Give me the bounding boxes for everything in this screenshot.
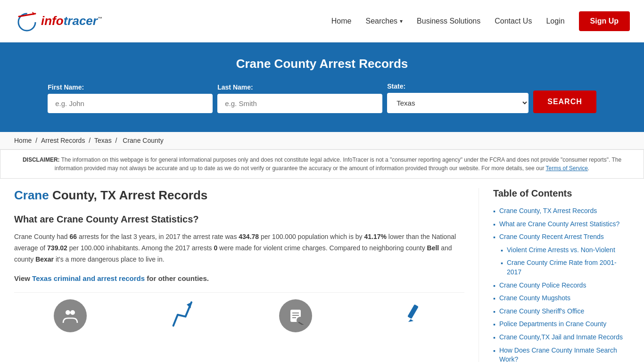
chevron-down-icon: ▾ [400, 18, 403, 25]
breadcrumb-home[interactable]: Home [14, 137, 32, 144]
icon-item-people [14, 292, 127, 339]
scroll-icon [279, 299, 312, 332]
svg-point-3 [66, 310, 70, 315]
first-name-input[interactable] [48, 94, 213, 113]
svg-marker-13 [408, 319, 413, 322]
site-header: infotracer™ Home Searches ▾ Business Sol… [0, 0, 644, 42]
svg-rect-12 [407, 304, 419, 319]
state-group: State: Texas [387, 82, 528, 113]
nav-business-solutions[interactable]: Business Solutions [417, 17, 480, 25]
breadcrumb-arrest-records[interactable]: Arrest Records [41, 137, 85, 144]
toc-item: Crane County Sheriff's Office [493, 307, 630, 316]
nav-home[interactable]: Home [331, 17, 352, 25]
breadcrumb-sep1: / [35, 137, 39, 144]
view-line: View Texas criminal and arrest records f… [14, 272, 464, 285]
sidebar: Table of Contents Crane County, TX Arres… [479, 188, 630, 362]
toc-link[interactable]: Police Departments in Crane County [499, 320, 606, 329]
toc-item: What are Crane County Arrest Statistics? [493, 220, 630, 229]
nav-contact-us[interactable]: Contact Us [495, 17, 532, 25]
toc-item: Crane County, TX Arrest Records [493, 206, 630, 216]
toc-item: Crane County Crime Rate from 2001-2017 [493, 258, 630, 277]
last-name-input[interactable] [217, 94, 382, 113]
stat-lower: 41.17% [364, 233, 386, 240]
breadcrumb: Home / Arrest Records / Texas / Crane Co… [0, 132, 644, 149]
toc-item: Crane County Police Records [493, 281, 630, 290]
view-texas-link[interactable]: Texas criminal and arrest records [32, 274, 145, 282]
main-content: Crane County, TX Arrest Records What are… [0, 179, 644, 362]
trend-up-icon [165, 296, 201, 336]
breadcrumb-sep3: / [116, 137, 119, 144]
icon-item-pencil [352, 292, 464, 339]
breadcrumb-crane-county: Crane County [123, 137, 163, 144]
toc-list: Crane County, TX Arrest RecordsWhat are … [493, 206, 630, 362]
logo-icon [14, 8, 40, 34]
first-name-label: First Name: [48, 83, 213, 91]
hero-section: Crane County Arrest Records First Name: … [0, 42, 644, 132]
svg-point-4 [70, 310, 75, 315]
nav-login[interactable]: Login [546, 17, 564, 25]
pencil-icon [396, 302, 420, 330]
logo-text: infotracer™ [41, 14, 102, 28]
toc-item: Violent Crime Arrests vs. Non-Violent [493, 246, 630, 255]
stat-arrests: 66 [70, 233, 77, 240]
people-icon [54, 299, 87, 332]
toc-link[interactable]: Crane County,TX Jail and Inmate Records [499, 333, 623, 342]
breadcrumb-sep2: / [89, 137, 92, 144]
disclaimer-tos-link[interactable]: Terms of Service [546, 165, 588, 172]
search-form: First Name: Last Name: State: Texas SEAR… [9, 82, 635, 113]
disclaimer-bar: DISCLAIMER: The information on this webp… [0, 149, 644, 179]
disclaimer-period: . [588, 165, 589, 172]
article-stats-heading: What are Crane County Arrest Statistics? [14, 214, 464, 225]
toc-item: Police Departments in Crane County [493, 320, 630, 329]
toc-heading: Table of Contents [493, 188, 630, 199]
toc-link[interactable]: Violent Crime Arrests vs. Non-Violent [507, 246, 615, 255]
breadcrumb-texas[interactable]: Texas [94, 137, 112, 144]
disclaimer-text: The information on this webpage is for g… [55, 156, 621, 172]
icon-item-scroll [239, 292, 352, 339]
article-title: Crane County, TX Arrest Records [14, 188, 464, 203]
toc-link[interactable]: Crane County Sheriff's Office [499, 307, 584, 316]
toc-item: Crane County Recent Arrest Trends [493, 232, 630, 242]
disclaimer-label: DISCLAIMER: [23, 156, 60, 163]
toc-item: How Does Crane County Inmate Search Work… [493, 346, 630, 362]
stat-county1: Bell [427, 244, 439, 252]
last-name-group: Last Name: [217, 83, 382, 113]
hero-title: Crane County Arrest Records [9, 57, 635, 71]
article-title-crane: Crane [14, 188, 49, 202]
toc-link[interactable]: What are Crane County Arrest Statistics? [499, 220, 619, 229]
stat-rate: 434.78 [239, 233, 259, 240]
logo-area[interactable]: infotracer™ [14, 8, 102, 34]
nav-signup[interactable]: Sign Up [579, 11, 630, 31]
nav-searches[interactable]: Searches ▾ [365, 17, 403, 25]
toc-link[interactable]: Crane County Mugshots [499, 294, 570, 303]
toc-item: Crane County Mugshots [493, 294, 630, 303]
toc-link[interactable]: Crane County Police Records [499, 281, 586, 290]
state-select[interactable]: Texas [387, 93, 528, 113]
last-name-label: Last Name: [217, 83, 382, 91]
stat-county2: Bexar [35, 255, 54, 263]
search-button[interactable]: SEARCH [533, 90, 596, 113]
article-area: Crane County, TX Arrest Records What are… [14, 188, 479, 362]
icon-item-trend [127, 292, 239, 339]
state-label: State: [387, 82, 528, 90]
main-nav: Home Searches ▾ Business Solutions Conta… [331, 11, 630, 31]
toc-item: Crane County,TX Jail and Inmate Records [493, 333, 630, 342]
first-name-group: First Name: [48, 83, 213, 113]
article-stats-paragraph: Crane County had 66 arrests for the last… [14, 231, 464, 265]
toc-link[interactable]: Crane County, TX Arrest Records [499, 206, 597, 216]
toc-link[interactable]: Crane County Crime Rate from 2001-2017 [507, 258, 630, 277]
stat-national: 739.02 [47, 244, 67, 252]
article-title-rest: County, TX Arrest Records [49, 188, 208, 202]
toc-link[interactable]: How Does Crane County Inmate Search Work… [499, 346, 630, 362]
toc-link[interactable]: Crane County Recent Arrest Trends [499, 232, 604, 242]
icons-row [14, 292, 464, 339]
